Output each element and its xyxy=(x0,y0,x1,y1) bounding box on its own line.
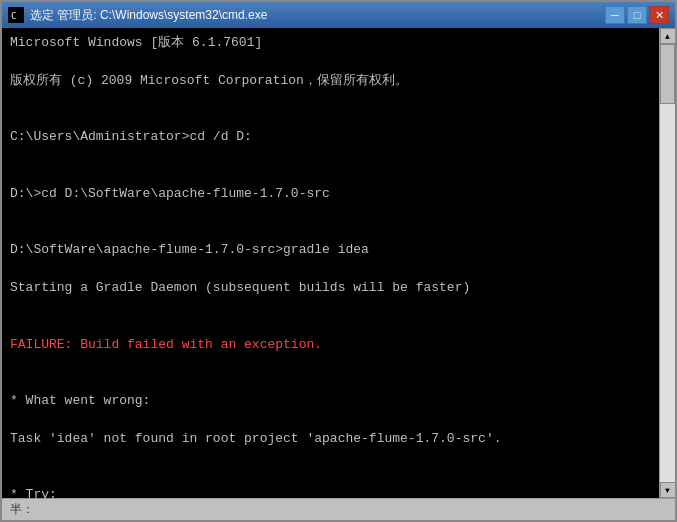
scroll-up-button[interactable]: ▲ xyxy=(660,28,676,44)
scroll-thumb[interactable] xyxy=(660,44,675,104)
line-try: * Try: xyxy=(10,486,651,498)
title-bar-left: C 选定 管理员: C:\Windows\system32\cmd.exe xyxy=(8,7,267,24)
corporation-text: Corporation xyxy=(218,73,304,88)
terminal-container: Microsoft Windows [版本 6.1.7601] 版权所有 (c)… xyxy=(2,28,675,498)
line-2: 版权所有 (c) 2009 Microsoft Corporation，保留所有… xyxy=(10,72,651,91)
line-whatwrong: * What went wrong: xyxy=(10,392,651,411)
line-failure: FAILURE: Build failed with an exception. xyxy=(10,336,651,355)
maximize-button[interactable]: □ xyxy=(627,6,647,24)
cmd-window: C 选定 管理员: C:\Windows\system32\cmd.exe ─ … xyxy=(0,0,677,522)
cmd-icon: C xyxy=(8,7,24,23)
line-gradle: D:\SoftWare\apache-flume-1.7.0-src>gradl… xyxy=(10,241,651,260)
title-bar: C 选定 管理员: C:\Windows\system32\cmd.exe ─ … xyxy=(2,2,675,28)
line-cd: C:\Users\Administrator>cd /d D: xyxy=(10,128,651,147)
close-button[interactable]: ✕ xyxy=(649,6,669,24)
line-task: Task 'idea' not found in root project 'a… xyxy=(10,430,651,449)
line-1: Microsoft Windows [版本 6.1.7601] xyxy=(10,34,651,53)
minimize-button[interactable]: ─ xyxy=(605,6,625,24)
line-daemon: Starting a Gradle Daemon (subsequent bui… xyxy=(10,279,651,298)
svg-text:C: C xyxy=(11,11,16,21)
status-bar: 半： xyxy=(2,498,675,520)
scroll-down-button[interactable]: ▼ xyxy=(660,482,676,498)
scrollbar[interactable]: ▲ ▼ xyxy=(659,28,675,498)
status-text: 半： xyxy=(10,501,34,518)
terminal-output[interactable]: Microsoft Windows [版本 6.1.7601] 版权所有 (c)… xyxy=(2,28,659,498)
window-controls: ─ □ ✕ xyxy=(605,6,669,24)
scroll-track[interactable] xyxy=(660,44,675,482)
window-title: 选定 管理员: C:\Windows\system32\cmd.exe xyxy=(30,7,267,24)
line-cd2: D:\>cd D:\SoftWare\apache-flume-1.7.0-sr… xyxy=(10,185,651,204)
